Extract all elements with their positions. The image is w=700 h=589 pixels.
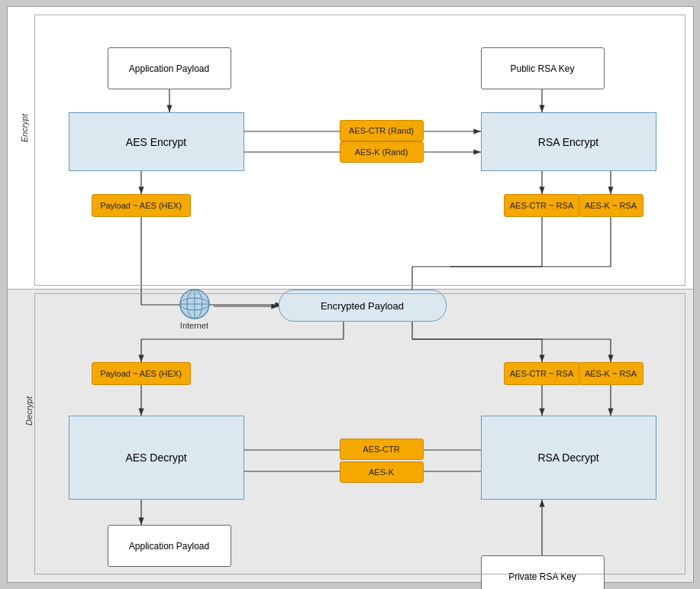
aes-k-box: AES-K bbox=[340, 461, 424, 483]
aes-ctr-rand-box: AES-CTR (Rand) bbox=[340, 120, 424, 141]
aes-ctr-rsa-top: AES-CTR ~ RSA bbox=[504, 194, 580, 217]
payload-aes-hex-bot: Payload ~ AES (HEX) bbox=[92, 362, 191, 385]
aes-ctr-box: AES-CTR bbox=[340, 439, 424, 460]
payload-aes-hex-top: Payload ~ AES (HEX) bbox=[92, 194, 191, 217]
globe-svg bbox=[179, 288, 211, 320]
rsa-encrypt-box: RSA Encrypt bbox=[481, 112, 656, 171]
rsa-decrypt-box: RSA Decrypt bbox=[481, 416, 656, 500]
internet-icon: Internet bbox=[172, 288, 218, 334]
aes-ctr-rsa-bot: AES-CTR ~ RSA bbox=[504, 362, 580, 385]
aes-decrypt-box: AES Decrypt bbox=[69, 416, 244, 500]
app-payload-bot: Application Payload bbox=[108, 525, 231, 567]
private-rsa-key: Private RSA Key bbox=[481, 555, 605, 589]
aes-encrypt-box: AES Encrypt bbox=[69, 112, 244, 171]
aes-k-rsa-top: AES-K ~ RSA bbox=[579, 194, 644, 217]
aes-k-rsa-bot: AES-K ~ RSA bbox=[579, 362, 644, 385]
aes-k-rand-box: AES-K (Rand) bbox=[340, 141, 424, 163]
encrypt-label: Encrypt bbox=[20, 114, 29, 142]
app-payload-top: Application Payload bbox=[108, 47, 231, 89]
encrypted-payload-box: Encrypted Payload bbox=[279, 290, 447, 322]
public-rsa-key: Public RSA Key bbox=[481, 47, 605, 89]
decrypt-label: Decrypt bbox=[24, 396, 34, 426]
main-container: Encrypt Decrypt bbox=[7, 6, 694, 583]
internet-label: Internet bbox=[180, 321, 208, 330]
